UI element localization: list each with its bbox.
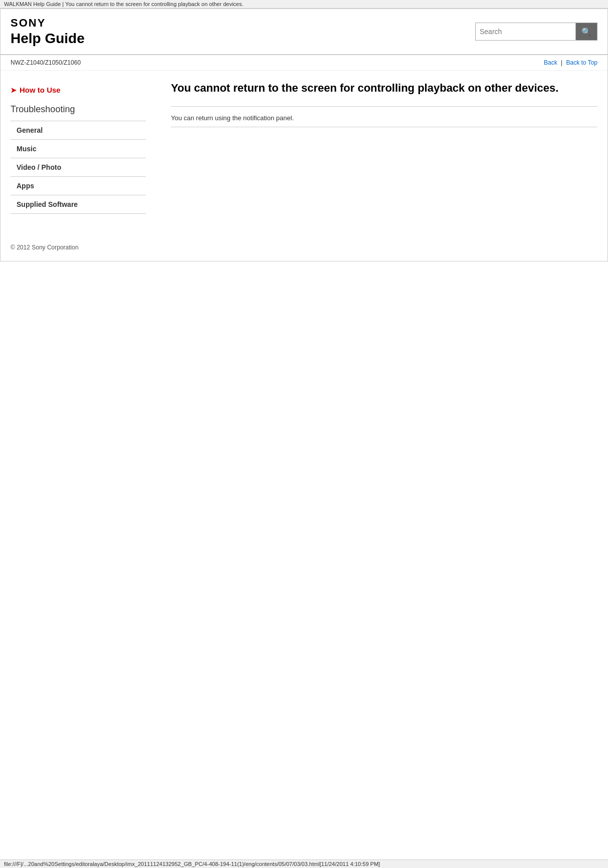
back-to-top-link[interactable]: Back to Top	[566, 59, 597, 66]
main-content: You cannot return to the screen for cont…	[171, 81, 597, 214]
search-icon: 🔍	[581, 27, 591, 37]
sidebar-item-supplied-software[interactable]: Supplied Software	[17, 200, 78, 208]
page-footer: © 2012 Sony Corporation	[1, 234, 607, 261]
sony-logo: SONY	[11, 17, 85, 30]
help-guide-title: Help Guide	[11, 31, 85, 47]
nav-bar: NWZ-Z1040/Z1050/Z1060 Back | Back to Top	[1, 55, 607, 71]
article-body: You can return using the notification pa…	[171, 106, 597, 122]
list-item[interactable]: General	[11, 121, 146, 140]
troubleshooting-title: Troubleshooting	[11, 104, 146, 115]
list-item[interactable]: Apps	[11, 177, 146, 195]
sidebar-item-general[interactable]: General	[17, 126, 43, 134]
breadcrumb: NWZ-Z1040/Z1050/Z1060	[11, 59, 81, 66]
list-item[interactable]: Music	[11, 140, 146, 158]
status-bar: file:///F|/...20and%20Settings/editorala…	[0, 859, 608, 868]
main-wrapper: SONY Help Guide 🔍 NWZ-Z1040/Z1050/Z1060 …	[0, 9, 608, 261]
status-url: file:///F|/...20and%20Settings/editorala…	[4, 861, 380, 867]
how-to-use-link[interactable]: ➤ How to Use	[11, 86, 146, 94]
article-title: You cannot return to the screen for cont…	[171, 81, 597, 96]
chevron-right-icon: ➤	[11, 86, 17, 94]
article-paragraph: You can return using the notification pa…	[171, 114, 597, 122]
nav-separator: |	[561, 59, 562, 66]
sidebar-nav: General Music Video / Photo Apps Supplie…	[11, 121, 146, 214]
sidebar: ➤ How to Use Troubleshooting General Mus…	[11, 81, 156, 214]
search-container: 🔍	[475, 23, 597, 41]
header-left: SONY Help Guide	[11, 17, 85, 47]
sidebar-item-video-photo[interactable]: Video / Photo	[17, 163, 61, 171]
content-area: ➤ How to Use Troubleshooting General Mus…	[1, 71, 607, 224]
list-item[interactable]: Supplied Software	[11, 195, 146, 214]
sidebar-item-apps[interactable]: Apps	[17, 182, 34, 190]
copyright-text: © 2012 Sony Corporation	[11, 244, 79, 251]
header-right: 🔍	[475, 23, 597, 41]
search-button[interactable]: 🔍	[575, 23, 597, 41]
sidebar-item-music[interactable]: Music	[17, 145, 37, 153]
nav-links: Back | Back to Top	[544, 59, 597, 66]
list-item[interactable]: Video / Photo	[11, 158, 146, 177]
article-footer	[171, 127, 597, 130]
back-link[interactable]: Back	[544, 59, 557, 66]
browser-title: WALKMAN Help Guide | You cannot return t…	[0, 0, 608, 9]
search-input[interactable]	[475, 23, 575, 41]
header: SONY Help Guide 🔍	[1, 9, 607, 55]
how-to-use-label: How to Use	[20, 86, 61, 94]
